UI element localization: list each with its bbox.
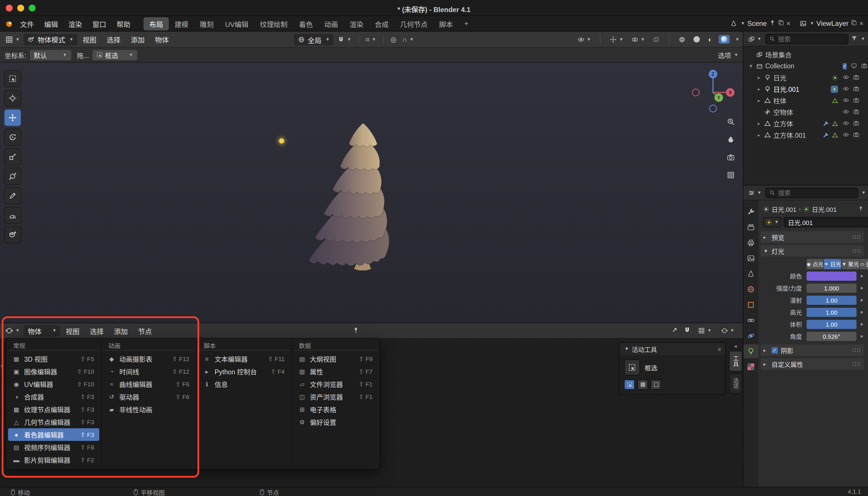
hide-viewport-icon[interactable] — [843, 120, 849, 127]
backdrop-dropdown[interactable]: ▼ — [719, 327, 736, 334]
shader-menu-add[interactable]: 添加 — [109, 326, 133, 336]
tool-move[interactable] — [4, 109, 21, 126]
workspace-tab-sculpting[interactable]: 雕刻 — [194, 17, 219, 30]
snap-magnet-icon[interactable] — [684, 326, 691, 336]
snap-toggle-button[interactable]: ▼ — [336, 36, 353, 43]
workspace-tab-scripting[interactable]: 脚本 — [433, 17, 459, 30]
tool-rotate[interactable] — [4, 128, 21, 146]
light-power-field[interactable]: 1.000 — [807, 283, 856, 293]
tab-physics[interactable] — [743, 329, 758, 343]
expand-icon[interactable]: ▸ — [756, 75, 762, 80]
animate-dot[interactable] — [858, 275, 865, 277]
transform-orientation-dropdown[interactable]: 全局 ▼ — [294, 34, 334, 45]
mode-dropdown[interactable]: 物体模式 ▼ — [24, 34, 78, 45]
gizmo-neg-z[interactable] — [710, 105, 716, 112]
shading-solid-button[interactable] — [692, 36, 702, 43]
snap-node-dropdown[interactable]: ▼ — [696, 327, 713, 334]
expand-icon[interactable]: ▸ — [756, 132, 762, 138]
zoom-icon[interactable] — [727, 118, 735, 126]
tab-world[interactable] — [743, 282, 758, 296]
shader-type-dropdown[interactable]: 物体▼ — [24, 325, 61, 337]
workspace-tab-uv-editing[interactable]: UV编辑 — [219, 17, 254, 30]
workspace-tab-shading[interactable]: 着色 — [293, 17, 319, 30]
hide-viewport-icon[interactable] — [843, 97, 849, 104]
show-object-types-button[interactable]: ▼ — [576, 36, 593, 43]
light-type-area[interactable]: ▭面光 — [860, 259, 868, 269]
viewport-menu-select[interactable]: 选择 — [102, 34, 126, 44]
animate-dot[interactable] — [858, 323, 865, 325]
light-color-swatch[interactable] — [807, 271, 856, 280]
new-viewlayer-icon[interactable] — [851, 19, 857, 28]
outliner-display-mode-button[interactable]: ▼ — [746, 35, 763, 42]
panel-header-custom-properties[interactable]: ▸ 自定义属性 — [761, 358, 864, 370]
disable-render-icon[interactable] — [853, 131, 859, 139]
collection-checkbox[interactable]: ✓ — [843, 63, 847, 69]
frame-selected-icon[interactable] — [671, 326, 678, 336]
menu-item-texture-node-editor[interactable]: ▩纹理节点编辑器⇧ F3 — [8, 403, 99, 416]
light-type-point[interactable]: ◉点光 — [807, 259, 823, 269]
filter-icon[interactable] — [851, 34, 857, 44]
drag-action-dropdown[interactable]: 框选▼ — [92, 50, 137, 60]
select-mode-extend-button[interactable] — [637, 379, 648, 390]
disable-render-icon[interactable] — [853, 97, 859, 104]
tab-constraints[interactable] — [743, 313, 758, 327]
outliner-row-sun[interactable]: ▸ 日光 — [743, 72, 868, 83]
proportional-falloff-button[interactable]: ∩▼ — [400, 35, 415, 44]
hide-viewport-icon[interactable] — [843, 108, 849, 116]
outliner-search-input[interactable] — [778, 35, 844, 42]
navigation-gizmo[interactable]: Z X Y — [691, 67, 737, 114]
blender-logo-icon[interactable] — [4, 19, 13, 28]
tab-texture[interactable] — [743, 360, 758, 374]
overlays-button[interactable]: ▼ — [630, 36, 647, 43]
new-scene-icon[interactable] — [778, 19, 784, 28]
menu-item-video-sequencer[interactable]: ▤视频序列编辑器⇧ F8 — [8, 441, 99, 453]
pan-hand-icon[interactable] — [727, 136, 735, 143]
browse-light-data-button[interactable]: ▼ — [763, 217, 781, 227]
menu-item-python-console[interactable]: ▸Python 控制台⇧ F4 — [199, 365, 290, 378]
tool-scale[interactable] — [4, 148, 21, 165]
hide-viewport-icon[interactable] — [843, 131, 849, 139]
gizmos-button[interactable]: ▼ — [608, 36, 625, 43]
grid-ortho-icon[interactable] — [727, 171, 735, 179]
shading-material-button[interactable]: ◐ — [707, 35, 714, 43]
light-name-input[interactable] — [784, 217, 868, 227]
snap-target-button[interactable]: ⌗▼ — [364, 35, 378, 44]
expand-icon[interactable]: ▸ — [756, 121, 762, 126]
menu-item-preferences[interactable]: ⚙偏好设置 — [294, 416, 378, 428]
outliner-row-cylinder[interactable]: ▸ 柱体 — [743, 95, 868, 106]
menu-item-3d-viewport[interactable]: ▦3D 视图⇧ F5 — [8, 353, 99, 365]
outliner-search-field[interactable] — [765, 34, 848, 44]
workspace-tab-geometry-nodes[interactable]: 几何节点 — [394, 17, 433, 30]
hide-viewport-icon[interactable] — [843, 74, 849, 81]
menu-file[interactable]: 文件 — [15, 17, 39, 30]
properties-search-field[interactable] — [765, 187, 858, 198]
animate-dot[interactable] — [858, 287, 865, 289]
workspace-tab-texture-paint[interactable]: 纹理绘制 — [254, 17, 293, 30]
menu-item-nla-editor[interactable]: ▰非线性动画 — [103, 403, 195, 416]
workspace-tab-compositing[interactable]: 合成 — [369, 17, 394, 30]
menu-item-text-editor[interactable]: ≡文本编辑器⇧ F11 — [199, 353, 290, 365]
outliner-row-cube-001[interactable]: ▸ 立方体.001 — [743, 129, 868, 141]
tool-select-box[interactable] — [4, 70, 21, 87]
workspace-tab-modeling[interactable]: 建模 — [169, 17, 194, 30]
tool-transform[interactable] — [4, 168, 21, 185]
menu-item-info[interactable]: ℹ信息 — [199, 378, 290, 390]
menu-item-timeline[interactable]: ◔时间线⇧ F12 — [103, 365, 195, 378]
proportional-editing-button[interactable]: ◎ — [389, 35, 398, 44]
panel-menu-icon[interactable]: ≡ — [717, 346, 721, 352]
outliner-row-scene-collection[interactable]: 场景集合 — [743, 49, 868, 60]
tab-object-data[interactable] — [743, 344, 758, 358]
tab-render[interactable] — [743, 220, 758, 234]
shader-menu-node[interactable]: 节点 — [133, 326, 157, 336]
menu-item-image-editor[interactable]: ▣图像编辑器⇧ F10 — [8, 365, 99, 378]
menu-item-uv-editor[interactable]: ◉UV编辑器⇧ F10 — [8, 378, 99, 390]
menu-help[interactable]: 帮助 — [111, 17, 136, 30]
unlink-scene-icon[interactable]: × — [786, 19, 790, 28]
pin-icon[interactable] — [858, 205, 864, 213]
light-type-sun[interactable]: ☀日光 — [824, 259, 841, 269]
outliner-row-cube[interactable]: ▸ 立方体 — [743, 118, 868, 129]
light-specular-slider[interactable]: 1.00 — [807, 307, 856, 316]
menu-item-drivers[interactable]: ↺驱动器⇧ F6 — [103, 390, 195, 403]
outliner-row-sun-001[interactable]: ▸ 日光.001 — [743, 83, 868, 95]
xray-toggle-button[interactable] — [651, 36, 662, 43]
